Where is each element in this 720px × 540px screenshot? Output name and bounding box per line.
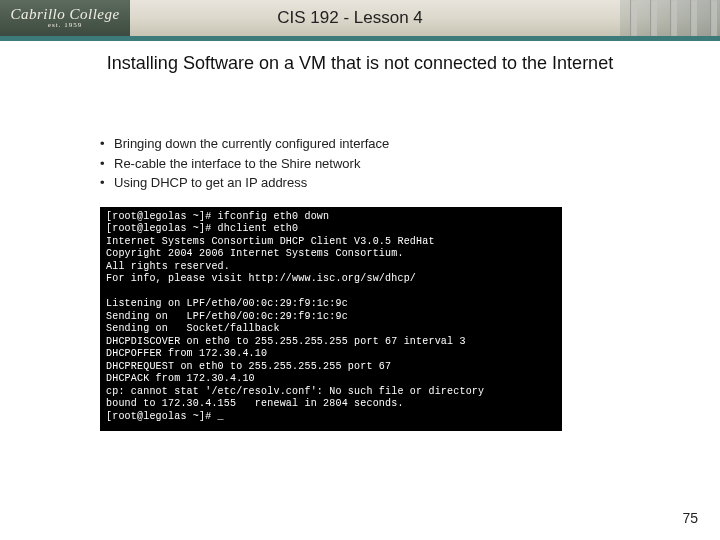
- terminal-line: DHCPDISCOVER on eth0 to 255.255.255.255 …: [106, 336, 466, 347]
- terminal-line: DHCPOFFER from 172.30.4.10: [106, 348, 267, 359]
- logo-sub-text: est. 1959: [48, 22, 82, 28]
- bullet-list: •Bringing down the currently configured …: [100, 134, 720, 193]
- terminal-line: [root@legolas ~]# dhclient eth0: [106, 223, 298, 234]
- slide-title: Installing Software on a VM that is not …: [0, 53, 720, 74]
- terminal-line: DHCPREQUEST on eth0 to 255.255.255.255 p…: [106, 361, 391, 372]
- terminal-line: Sending on Socket/fallback: [106, 323, 280, 334]
- header-band: Cabrillo College est. 1959 CIS 192 - Les…: [0, 0, 720, 36]
- divider-strip: [0, 36, 720, 41]
- bullet-item: •Bringing down the currently configured …: [100, 134, 720, 154]
- terminal-line: Copyright 2004 2006 Internet Systems Con…: [106, 248, 404, 259]
- header-pillar-image: [620, 0, 720, 36]
- terminal-line: For info, please visit http://www.isc.or…: [106, 273, 416, 284]
- terminal-line: [root@legolas ~]# _: [106, 411, 224, 422]
- terminal-line: bound to 172.30.4.155 renewal in 2804 se…: [106, 398, 404, 409]
- bullet-item: •Re-cable the interface to the Shire net…: [100, 154, 720, 174]
- terminal-line: Internet Systems Consortium DHCP Client …: [106, 236, 435, 247]
- bullet-dot-icon: •: [100, 134, 114, 154]
- terminal-line: Listening on LPF/eth0/00:0c:29:f9:1c:9c: [106, 298, 348, 309]
- terminal-line: cp: cannot stat '/etc/resolv.conf': No s…: [106, 386, 484, 397]
- terminal-line: [root@legolas ~]# ifconfig eth0 down: [106, 211, 329, 222]
- bullet-text: Re-cable the interface to the Shire netw…: [114, 154, 360, 174]
- terminal-line: Sending on LPF/eth0/00:0c:29:f9:1c:9c: [106, 311, 348, 322]
- terminal-line: All rights reserved.: [106, 261, 230, 272]
- logo-main-text: Cabrillo College: [10, 8, 119, 22]
- header-title: CIS 192 - Lesson 4: [130, 8, 620, 28]
- college-logo: Cabrillo College est. 1959: [0, 0, 130, 36]
- bullet-text: Using DHCP to get an IP address: [114, 173, 307, 193]
- bullet-item: •Using DHCP to get an IP address: [100, 173, 720, 193]
- bullet-dot-icon: •: [100, 154, 114, 174]
- page-number: 75: [682, 510, 698, 526]
- terminal-line: DHCPACK from 172.30.4.10: [106, 373, 255, 384]
- terminal-output: [root@legolas ~]# ifconfig eth0 down [ro…: [100, 207, 562, 432]
- bullet-text: Bringing down the currently configured i…: [114, 134, 389, 154]
- bullet-dot-icon: •: [100, 173, 114, 193]
